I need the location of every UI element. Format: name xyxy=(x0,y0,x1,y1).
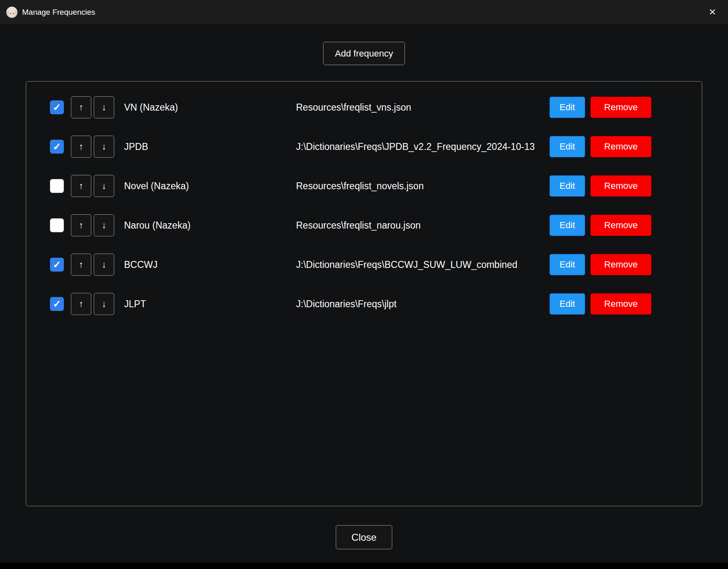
move-down-button[interactable]: ↓ xyxy=(94,136,114,158)
move-up-button[interactable]: ↑ xyxy=(71,96,91,118)
move-up-button[interactable]: ↑ xyxy=(71,214,91,236)
remove-button[interactable]: Remove xyxy=(590,175,651,197)
arrow-up-icon: ↑ xyxy=(79,220,84,231)
frequency-name: Novel (Nazeka) xyxy=(124,181,296,192)
frequency-path: J:\Dictionaries\Freqs\JPDB_v2.2_Frequenc… xyxy=(296,141,541,152)
remove-button[interactable]: Remove xyxy=(590,215,651,236)
arrow-down-icon: ↓ xyxy=(102,141,106,152)
frequency-row: ✓ ↑ ↓ VN (Nazeka) Resources\freqlist_vns… xyxy=(26,88,702,127)
arrow-down-icon: ↓ xyxy=(102,181,106,191)
frequency-name: Narou (Nazeka) xyxy=(124,220,296,231)
edit-button[interactable]: Edit xyxy=(549,254,585,275)
add-frequency-button[interactable]: Add frequency xyxy=(323,42,405,65)
arrow-down-icon: ↓ xyxy=(102,220,106,231)
move-up-button[interactable]: ↑ xyxy=(71,254,91,276)
remove-button[interactable]: Remove xyxy=(590,254,651,275)
check-icon: ✓ xyxy=(53,299,61,309)
frequency-name: BCCWJ xyxy=(124,259,296,270)
move-down-button[interactable]: ↓ xyxy=(94,175,114,197)
row-actions: Edit Remove xyxy=(549,136,651,157)
edit-button[interactable]: Edit xyxy=(549,293,585,315)
enabled-checkbox[interactable]: ✓ xyxy=(50,218,64,232)
enabled-checkbox[interactable]: ✓ xyxy=(50,297,64,311)
frequency-name: JLPT xyxy=(124,299,296,310)
window-close-button[interactable]: ✕ xyxy=(697,0,728,24)
remove-button[interactable]: Remove xyxy=(590,97,651,118)
arrow-up-icon: ↑ xyxy=(79,181,84,191)
edit-button[interactable]: Edit xyxy=(549,215,585,236)
move-up-button[interactable]: ↑ xyxy=(71,293,91,315)
check-icon: ✓ xyxy=(53,102,61,112)
move-up-button[interactable]: ↑ xyxy=(71,136,91,158)
arrow-up-icon: ↑ xyxy=(79,141,84,152)
arrow-up-icon: ↑ xyxy=(79,299,84,309)
frequency-row: ✓ ↑ ↓ Narou (Nazeka) Resources\freqlist_… xyxy=(26,206,702,245)
window-title: Manage Frequencies xyxy=(22,8,95,17)
footer: Close xyxy=(0,525,728,549)
window-bottom-edge xyxy=(0,562,728,569)
move-down-button[interactable]: ↓ xyxy=(94,254,114,276)
app-icon xyxy=(6,6,18,18)
frequency-path: J:\Dictionaries\Freqs\BCCWJ_SUW_LUW_comb… xyxy=(296,259,541,270)
frequency-path: J:\Dictionaries\Freqs\jlpt xyxy=(296,299,541,310)
remove-button[interactable]: Remove xyxy=(590,293,651,315)
frequency-row: ✓ ↑ ↓ JPDB J:\Dictionaries\Freqs\JPDB_v2… xyxy=(26,127,702,166)
frequency-name: VN (Nazeka) xyxy=(124,102,296,113)
arrow-up-icon: ↑ xyxy=(79,102,84,113)
edit-button[interactable]: Edit xyxy=(549,136,585,157)
frequency-path: Resources\freqlist_vns.json xyxy=(296,102,541,113)
edit-button[interactable]: Edit xyxy=(549,97,585,118)
frequency-row: ✓ ↑ ↓ JLPT J:\Dictionaries\Freqs\jlpt Ed… xyxy=(26,284,702,324)
enabled-checkbox[interactable]: ✓ xyxy=(50,140,64,154)
move-down-button[interactable]: ↓ xyxy=(94,96,114,118)
row-actions: Edit Remove xyxy=(549,215,651,236)
row-actions: Edit Remove xyxy=(549,97,651,118)
move-up-button[interactable]: ↑ xyxy=(71,175,91,197)
frequency-path: Resources\freqlist_novels.json xyxy=(296,181,541,192)
top-toolbar: Add frequency xyxy=(0,42,728,65)
frequency-path: Resources\freqlist_narou.json xyxy=(296,220,541,231)
titlebar: Manage Frequencies ✕ xyxy=(0,0,728,24)
edit-button[interactable]: Edit xyxy=(549,175,585,197)
arrow-down-icon: ↓ xyxy=(102,299,106,309)
arrow-down-icon: ↓ xyxy=(102,259,106,270)
close-button[interactable]: Close xyxy=(336,525,392,549)
frequency-name: JPDB xyxy=(124,141,296,152)
enabled-checkbox[interactable]: ✓ xyxy=(50,179,64,193)
row-actions: Edit Remove xyxy=(549,293,651,315)
check-icon: ✓ xyxy=(53,142,61,152)
frequency-row: ✓ ↑ ↓ Novel (Nazeka) Resources\freqlist_… xyxy=(26,166,702,206)
arrow-up-icon: ↑ xyxy=(79,259,84,270)
frequency-list: ✓ ↑ ↓ VN (Nazeka) Resources\freqlist_vns… xyxy=(26,81,702,506)
remove-button[interactable]: Remove xyxy=(590,136,651,157)
move-down-button[interactable]: ↓ xyxy=(94,214,114,236)
frequency-row: ✓ ↑ ↓ BCCWJ J:\Dictionaries\Freqs\BCCWJ_… xyxy=(26,245,702,284)
enabled-checkbox[interactable]: ✓ xyxy=(50,100,64,114)
row-actions: Edit Remove xyxy=(549,175,651,197)
check-icon: ✓ xyxy=(53,260,61,270)
move-down-button[interactable]: ↓ xyxy=(94,293,114,315)
enabled-checkbox[interactable]: ✓ xyxy=(50,258,64,272)
row-actions: Edit Remove xyxy=(549,254,651,275)
arrow-down-icon: ↓ xyxy=(102,102,106,113)
